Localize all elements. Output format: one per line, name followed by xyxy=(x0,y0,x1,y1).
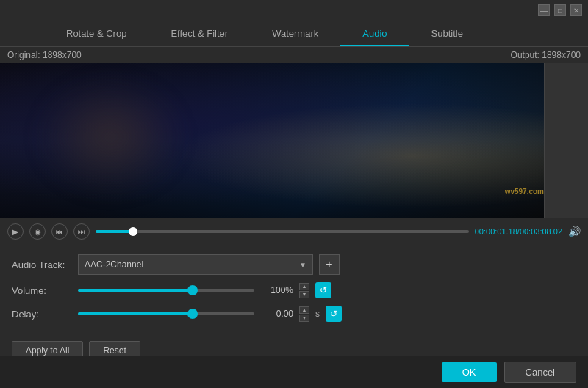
volume-row: Volume: 100% ▲ ▼ ↺ xyxy=(12,282,576,298)
delay-spin-controls: ▲ ▼ xyxy=(299,306,309,322)
stop-button[interactable]: ◉ xyxy=(29,223,46,240)
delay-spin-up[interactable]: ▲ xyxy=(299,306,309,314)
minimize-button[interactable]: — xyxy=(538,4,550,16)
output-resolution: Output: 1898x700 xyxy=(511,50,581,60)
original-resolution: Original: 1898x700 xyxy=(7,50,82,60)
tab-subtitle[interactable]: Subtitle xyxy=(409,22,485,46)
tab-rotate-crop[interactable]: Rotate & Crop xyxy=(44,22,148,46)
video-info-bar: Original: 1898x700 Output: 1898x700 xyxy=(0,47,588,63)
delay-label: Delay: xyxy=(12,309,71,320)
progress-handle[interactable] xyxy=(129,227,137,236)
delay-slider-fill xyxy=(78,312,193,315)
video-watermark: wv597.com xyxy=(505,187,544,195)
progress-fill xyxy=(96,230,133,233)
progress-bar[interactable] xyxy=(96,230,469,233)
audio-track-value: AAC-2Channel xyxy=(85,259,143,270)
audio-track-dropdown-container: AAC-2Channel ▼ + xyxy=(78,254,576,275)
audio-track-label: Audio Track: xyxy=(12,259,71,270)
delay-row: Delay: 0.00 ▲ ▼ s ↺ xyxy=(12,306,576,322)
delay-suffix: s xyxy=(315,309,320,319)
volume-slider-track[interactable] xyxy=(78,289,254,292)
volume-reset-icon[interactable]: ↺ xyxy=(315,282,331,298)
title-bar: — □ ✕ xyxy=(0,0,588,21)
delay-slider-track[interactable] xyxy=(78,312,254,315)
play-button[interactable]: ▶ xyxy=(7,223,24,240)
video-preview: wv597.com xyxy=(0,63,588,218)
delay-reset-icon[interactable]: ↺ xyxy=(326,306,342,322)
volume-slider-thumb[interactable] xyxy=(187,285,198,295)
cancel-button[interactable]: Cancel xyxy=(504,362,576,383)
tab-effect-filter[interactable]: Effect & Filter xyxy=(148,22,250,46)
volume-slider-container: 100% ▲ ▼ ↺ xyxy=(78,282,576,298)
volume-slider-fill xyxy=(78,289,193,292)
settings-area: Audio Track: AAC-2Channel ▼ + Volume: 10… xyxy=(0,245,588,338)
close-button[interactable]: ✕ xyxy=(570,4,582,16)
tab-audio[interactable]: Audio xyxy=(340,22,409,46)
volume-icon[interactable]: 🔊 xyxy=(568,226,581,237)
tab-watermark[interactable]: Watermark xyxy=(250,22,340,46)
maximize-button[interactable]: □ xyxy=(554,4,566,16)
delay-spin-down[interactable]: ▼ xyxy=(299,315,309,322)
dropdown-arrow-icon: ▼ xyxy=(299,261,306,269)
prev-button[interactable]: ⏮ xyxy=(51,223,68,240)
audio-track-row: Audio Track: AAC-2Channel ▼ + xyxy=(12,254,576,275)
audio-track-select[interactable]: AAC-2Channel ▼ xyxy=(78,254,313,275)
video-thumbnail-strip xyxy=(544,63,588,218)
tab-bar: Rotate & Crop Effect & Filter Watermark … xyxy=(0,21,588,47)
delay-value: 0.00 xyxy=(260,309,293,319)
volume-value: 100% xyxy=(260,285,293,295)
volume-label: Volume: xyxy=(12,285,71,296)
delay-slider-thumb[interactable] xyxy=(187,309,198,319)
next-button[interactable]: ⏭ xyxy=(74,223,90,240)
volume-spin-up[interactable]: ▲ xyxy=(299,283,309,290)
volume-spin-controls: ▲ ▼ xyxy=(299,283,309,298)
video-frame: wv597.com xyxy=(0,63,588,218)
delay-slider-container: 0.00 ▲ ▼ s ↺ xyxy=(78,306,576,322)
footer: OK Cancel xyxy=(0,356,588,388)
controls-bar: ▶ ◉ ⏮ ⏭ 00:00:01.18/00:03:08.02 🔊 xyxy=(0,218,588,245)
ok-button[interactable]: OK xyxy=(442,362,497,382)
time-display: 00:00:01.18/00:03:08.02 xyxy=(475,227,562,236)
add-track-button[interactable]: + xyxy=(319,254,340,275)
volume-spin-down[interactable]: ▼ xyxy=(299,291,309,298)
